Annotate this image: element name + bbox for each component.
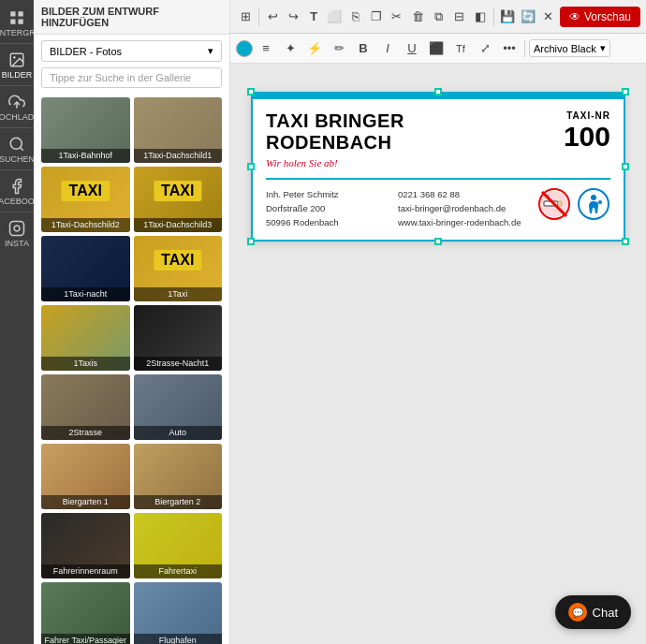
underline-draw-btn[interactable]: ✏ <box>328 37 350 60</box>
selection-handle-mr[interactable] <box>622 163 629 170</box>
sidebar-item-suchen[interactable]: SUCHEN <box>0 130 34 170</box>
selection-handle-br[interactable] <box>622 238 629 245</box>
redo-button[interactable]: ↪ <box>284 5 302 29</box>
sidebar-item-insta[interactable]: INSTA <box>0 214 34 254</box>
sidebar-item-facebook[interactable]: FACEBOOK <box>0 172 34 212</box>
sidebar-item-hintergrund[interactable]: HINTERGR... <box>0 4 34 44</box>
taxi-overlay: TAXI <box>62 181 110 201</box>
lightning-btn[interactable]: ⚡ <box>303 37 326 60</box>
selection-handle-tr[interactable] <box>622 88 629 95</box>
align-left-btn[interactable]: ≡ <box>255 37 277 60</box>
svg-rect-1 <box>19 11 23 16</box>
group-button[interactable]: ⧉ <box>429 5 448 29</box>
list-item[interactable]: Biergarten 1 <box>41 444 130 509</box>
no-smoking-icon <box>537 187 571 221</box>
layers-button[interactable]: ◧ <box>471 5 490 29</box>
copy-button[interactable]: ❐ <box>367 5 386 29</box>
business-card: TAXI BRINGER RODENBACH Wir holen Sie ab!… <box>251 92 625 242</box>
align-button[interactable]: ⊟ <box>449 5 468 29</box>
canvas-area[interactable]: TAXI BRINGER RODENBACH Wir holen Sie ab!… <box>230 64 646 644</box>
top-toolbar: ⊞ ↩ ↪ T ⬜ ⎘ ❐ ✂ 🗑 ⧉ ⊟ ◧ 💾 🔄 ✕ 👁 Vorschau <box>230 0 646 34</box>
sidebar-item-hochlad[interactable]: HOCHLAD... <box>0 88 34 128</box>
chevron-down-icon: ▾ <box>208 45 213 57</box>
card-slogan: Wir holen Sie ab! <box>266 157 554 168</box>
list-item[interactable]: Biergarten 2 <box>134 444 223 509</box>
italic-button[interactable]: I <box>376 37 399 60</box>
close-button[interactable]: ✕ <box>539 5 558 29</box>
list-item[interactable]: Auto <box>134 374 223 440</box>
contact-text: 0221 368 62 88 taxi-bringer@rodenbach.de… <box>398 187 530 230</box>
image-panel-header: BILDER ZUM ENTWURF HINZUFÜGEN <box>34 0 229 35</box>
svg-line-8 <box>20 147 22 150</box>
sidebar-item-bilder[interactable]: BILDER <box>0 46 34 86</box>
company-line1: TAXI BRINGER <box>266 110 554 132</box>
list-item[interactable]: Fahrertaxi <box>134 513 223 578</box>
save-button[interactable]: 💾 <box>497 5 516 29</box>
selection-handle-ml[interactable] <box>247 163 255 170</box>
list-item[interactable]: 1Taxis <box>41 305 130 371</box>
preview-label: Vorschau <box>584 10 631 23</box>
list-item[interactable]: 2Strasse-Nacht1 <box>134 305 223 371</box>
list-item[interactable]: Flughafen <box>134 582 223 644</box>
cut-button[interactable]: ✂ <box>388 5 406 29</box>
align-left-text-btn[interactable]: ⬛ <box>425 37 448 60</box>
refresh-button[interactable]: 🔄 <box>519 5 537 29</box>
image-label: 1Taxi-Dachschild1 <box>134 149 223 163</box>
list-item[interactable]: 1Taxi-Bahnhof <box>41 97 130 163</box>
selection-handle-tl[interactable] <box>247 88 255 95</box>
svg-rect-3 <box>19 20 23 24</box>
selection-handle-bc[interactable] <box>434 238 442 245</box>
font-size-btn[interactable]: Tf <box>449 37 472 60</box>
preview-button[interactable]: 👁 Vorschau <box>560 7 640 27</box>
list-item[interactable]: 1Taxi-Dachschild1 <box>134 97 223 163</box>
list-item[interactable]: Fahrer Taxi/Passagier <box>41 582 130 644</box>
list-item[interactable]: TAXI 1Taxi <box>134 236 223 301</box>
image-label: 1Taxi-Bahnhof <box>41 149 130 163</box>
expand-btn[interactable]: ⤢ <box>474 37 496 60</box>
taxi-overlay: TAXI <box>154 181 201 201</box>
image-label: 1Taxis <box>41 357 130 371</box>
taxi-overlay: TAXI <box>154 250 201 271</box>
chat-icon: 💬 <box>568 603 587 622</box>
more-btn[interactable]: ••• <box>498 37 521 60</box>
image-label: 1Taxi-Dachschild3 <box>134 218 223 232</box>
image-label: Fahrertaxi <box>134 564 223 578</box>
company-line2: RODENBACH <box>266 132 554 154</box>
list-item[interactable]: TAXI 1Taxi-Dachschild3 <box>134 167 223 232</box>
list-item[interactable]: 2Strasse <box>41 374 130 440</box>
image-label: Biergarten 2 <box>134 495 223 509</box>
chat-label: Chat <box>593 606 618 620</box>
list-item[interactable]: Fahrerinnenraum <box>41 513 130 578</box>
selection-handle-bl[interactable] <box>247 238 255 245</box>
chat-bubble-icon: 💬 <box>572 607 583 618</box>
undo-button[interactable]: ↩ <box>263 5 282 29</box>
grid-icon-btn[interactable]: ⊞ <box>236 5 255 29</box>
search-input-label[interactable]: Tippe zur Suche in der Gallerie <box>41 67 222 88</box>
image-label: 1Taxi <box>134 287 223 301</box>
list-item[interactable]: TAXI 1Taxi-Dachschild2 <box>41 167 130 232</box>
list-item[interactable]: 1Taxi-nacht <box>41 236 130 301</box>
shape-tool-button[interactable]: ⬜ <box>325 5 344 29</box>
selection-handle-tc[interactable] <box>434 88 442 95</box>
image-label: 2Strasse-Nacht1 <box>134 357 223 371</box>
svg-point-19 <box>598 200 602 204</box>
delete-button[interactable]: 🗑 <box>408 5 427 29</box>
color-picker[interactable] <box>236 40 253 57</box>
card-content: TAXI BRINGER RODENBACH Wir holen Sie ab!… <box>253 99 624 178</box>
duplicate-button[interactable]: ⎘ <box>346 5 365 29</box>
sparkle-btn[interactable]: ✦ <box>279 37 301 60</box>
category-dropdown[interactable]: BILDER - Fotos ▾ <box>41 40 222 62</box>
taxi-nr: 100 <box>564 121 610 152</box>
underline-button[interactable]: U <box>401 37 423 60</box>
font-selector[interactable]: Archivo Black ▾ <box>529 39 610 57</box>
svg-point-5 <box>13 56 15 58</box>
eye-icon: 👁 <box>569 10 580 23</box>
bold-button[interactable]: B <box>352 37 374 60</box>
sidebar-item-insta-label: INSTA <box>5 239 29 248</box>
editor-area: ⊞ ↩ ↪ T ⬜ ⎘ ❐ ✂ 🗑 ⧉ ⊟ ◧ 💾 🔄 ✕ 👁 Vorschau… <box>230 0 646 644</box>
sidebar-item-bilder-label: BILDER <box>2 70 33 80</box>
svg-rect-9 <box>10 222 24 236</box>
text-tool-button[interactable]: T <box>304 5 323 29</box>
chat-button[interactable]: 💬 Chat <box>555 595 631 629</box>
image-label: 1Taxi-nacht <box>41 287 130 301</box>
